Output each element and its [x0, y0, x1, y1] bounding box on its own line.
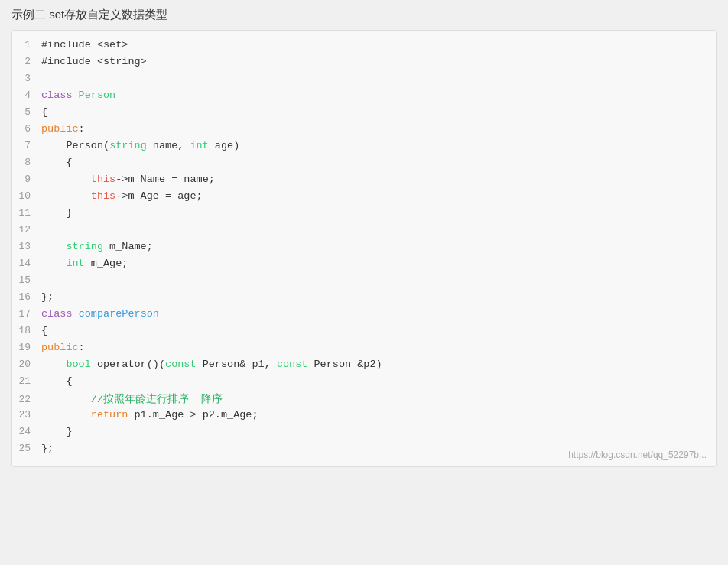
- code-line: 24 }: [12, 425, 716, 442]
- code-line: 15: [12, 274, 716, 291]
- line-content: class Person: [41, 89, 115, 101]
- page-wrapper: 示例二 set存放自定义数据类型 1#include <set>2#includ…: [0, 0, 728, 565]
- token: comparePerson: [79, 308, 159, 320]
- token: string: [66, 241, 103, 252]
- line-content: {: [41, 325, 47, 336]
- token: [41, 258, 66, 269]
- line-content: {: [41, 375, 73, 387]
- token: [73, 308, 79, 320]
- line-number: 16: [12, 291, 41, 303]
- token: [41, 174, 91, 185]
- token: {: [41, 375, 73, 387]
- line-content: int m_Age;: [41, 258, 128, 269]
- line-content: [41, 224, 47, 235]
- line-content: };: [41, 443, 54, 454]
- line-content: this->m_Name = name;: [41, 174, 215, 185]
- token: string: [109, 140, 147, 151]
- code-container: 1#include <set>2#include <string>3 4clas…: [11, 30, 717, 467]
- code-line: 14 int m_Age;: [12, 257, 716, 274]
- token: this: [91, 190, 115, 202]
- code-line: 4class Person: [12, 89, 716, 106]
- token: };: [41, 291, 54, 303]
- line-number: 24: [12, 426, 41, 437]
- line-content: }: [41, 426, 73, 437]
- token: {: [41, 106, 47, 118]
- line-number: 5: [12, 106, 41, 118]
- token: int: [190, 140, 208, 151]
- line-content: {: [41, 106, 47, 118]
- line-content: //按照年龄进行排序 降序: [41, 392, 223, 406]
- line-content: };: [41, 291, 54, 303]
- token: [41, 190, 91, 202]
- code-line: 7 Person(string name, int age): [12, 139, 716, 156]
- line-content: this->m_Age = age;: [41, 190, 203, 202]
- line-number: 6: [12, 123, 41, 135]
- code-line: 9 this->m_Name = name;: [12, 173, 716, 190]
- token: [41, 409, 91, 421]
- code-line: 21 {: [12, 375, 716, 391]
- token: Person& p1,: [197, 359, 277, 370]
- token: bool: [66, 359, 90, 370]
- line-content: [41, 274, 47, 286]
- line-number: 17: [12, 308, 41, 320]
- line-number: 7: [12, 140, 41, 151]
- code-line: 22 //按照年龄进行排序 降序: [12, 391, 716, 408]
- line-number: 13: [12, 241, 41, 252]
- token: this: [91, 174, 115, 185]
- token: Person(: [41, 140, 109, 151]
- line-number: 11: [12, 207, 41, 219]
- line-number: 19: [12, 342, 41, 353]
- token: ->m_Age = age;: [115, 190, 202, 202]
- token: :: [79, 123, 85, 135]
- token: }: [41, 426, 73, 437]
- token: public: [41, 123, 79, 135]
- token: public: [41, 342, 79, 353]
- token: operator()(: [91, 359, 165, 370]
- token: }: [41, 207, 73, 219]
- code-line: 19public:: [12, 341, 716, 358]
- code-line: 1#include <set>: [12, 38, 716, 55]
- token: };: [41, 443, 54, 454]
- code-line: 23 return p1.m_Age > p2.m_Age;: [12, 408, 716, 425]
- line-number: 8: [12, 157, 41, 168]
- line-content: #include <set>: [41, 39, 128, 50]
- token: #include <set>: [41, 39, 128, 50]
- code-line: 20 bool operator()(const Person& p1, con…: [12, 358, 716, 375]
- code-line: 16};: [12, 291, 716, 307]
- token: :: [79, 342, 85, 353]
- line-number: 4: [12, 89, 41, 101]
- line-content: string m_Name;: [41, 241, 153, 252]
- line-content: return p1.m_Age > p2.m_Age;: [41, 409, 258, 421]
- line-content: {: [41, 157, 73, 168]
- line-number: 2: [12, 56, 41, 67]
- line-number: 14: [12, 258, 41, 269]
- line-number: 3: [12, 73, 41, 84]
- token: m_Age;: [85, 258, 128, 269]
- code-line: 5{: [12, 106, 716, 122]
- code-line: 2#include <string>: [12, 55, 716, 72]
- line-number: 12: [12, 224, 41, 235]
- line-content: #include <string>: [41, 56, 147, 67]
- code-line: 6public:: [12, 122, 716, 139]
- code-line: 11 }: [12, 206, 716, 223]
- line-number: 25: [12, 443, 41, 454]
- token: Person &p2): [307, 359, 382, 370]
- line-number: 9: [12, 174, 41, 185]
- line-number: 23: [12, 409, 41, 421]
- code-line: 8 {: [12, 156, 716, 173]
- line-number: 15: [12, 274, 41, 286]
- line-content: [41, 73, 47, 84]
- code-line: 13 string m_Name;: [12, 240, 716, 257]
- line-content: class comparePerson: [41, 308, 159, 320]
- line-number: 21: [12, 375, 41, 387]
- line-content: }: [41, 207, 73, 219]
- token: m_Name;: [103, 241, 153, 252]
- token: Person: [79, 89, 116, 101]
- token: class: [41, 308, 73, 320]
- token: ->m_Name = name;: [115, 174, 215, 185]
- line-content: public:: [41, 123, 85, 135]
- line-content: Person(string name, int age): [41, 140, 239, 151]
- token: {: [41, 157, 73, 168]
- code-lines: 1#include <set>2#include <string>3 4clas…: [12, 38, 716, 459]
- line-number: 20: [12, 359, 41, 370]
